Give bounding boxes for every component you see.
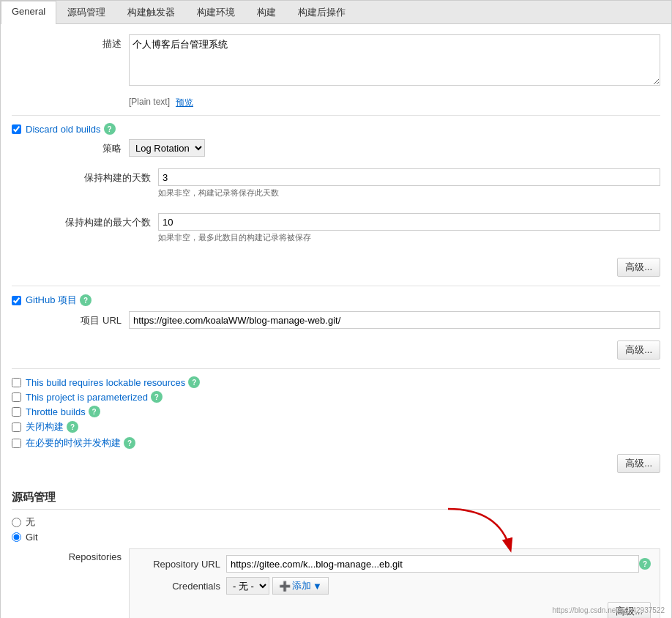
description-label: 描述 [12, 34, 129, 51]
plain-text-row: [Plain text] 预览 [129, 97, 660, 109]
plain-text-label: [Plain text] [129, 97, 170, 109]
close-build-help-icon[interactable]: ? [67, 421, 78, 433]
git-label: Git [26, 532, 38, 543]
source-section-header: 源码管理 [12, 482, 660, 510]
close-build-row: 关闭构建 ? [12, 419, 660, 435]
keep-max-wrap: 10 如果非空，最多此数目的构建记录将被保存 [158, 213, 660, 246]
keep-max-row: 保持构建的最大个数 10 如果非空，最多此数目的构建记录将被保存 [12, 210, 660, 249]
add-cred-dropdown: ▼ [313, 581, 322, 592]
tab-build[interactable]: 构建 [246, 1, 287, 23]
concurrent-checkbox[interactable] [12, 439, 21, 448]
add-cred-label: 添加 [292, 579, 311, 592]
keep-max-input[interactable]: 10 [158, 213, 660, 231]
strategy-select[interactable]: Log Rotation [129, 139, 205, 157]
credentials-control: - 无 - ➕ 添加 ▼ [226, 577, 651, 595]
add-cred-btn[interactable]: ➕ 添加 ▼ [272, 577, 329, 595]
keep-max-label: 保持构建的最大个数 [12, 213, 158, 229]
description-input[interactable]: 个人博客后台管理系统 [129, 34, 660, 86]
other-checkboxes: This build requires lockable resources ?… [12, 368, 660, 482]
credentials-label: Credentials [138, 581, 226, 592]
throttle-checkbox[interactable] [12, 407, 21, 417]
lockable-checkbox[interactable] [12, 378, 21, 387]
tab-post[interactable]: 构建后操作 [287, 1, 356, 23]
description-row: 描述 个人博客后台管理系统 [12, 31, 660, 91]
keep-days-wrap: 3 如果非空，构建记录将保存此天数 [158, 168, 660, 201]
description-wrap: 个人博客后台管理系统 [129, 34, 660, 88]
parameterized-label[interactable]: This project is parameterized [26, 392, 148, 403]
discard-help-icon[interactable]: ? [104, 123, 116, 135]
github-help-icon[interactable]: ? [80, 294, 92, 306]
lockable-label[interactable]: This build requires lockable resources [26, 377, 185, 388]
github-label[interactable]: GitHub 项目 [26, 294, 77, 307]
discard-section: Discard old builds ? 策略 Log Rotation 保持构 [12, 115, 660, 286]
project-url-row: 项目 URL https://gitee.com/koalaWW/blog-ma… [12, 308, 660, 332]
main-container: General 源码管理 构建触发器 构建环境 构建 构建后操作 描述 个人博客… [0, 0, 672, 618]
github-row: GitHub 项目 ? [12, 292, 660, 308]
github-checkbox[interactable] [12, 296, 21, 305]
tab-general[interactable]: General [1, 1, 56, 24]
discard-label[interactable]: Discard old builds [26, 124, 101, 135]
advanced-btn-1[interactable]: 高级... [617, 258, 660, 277]
keep-days-help: 如果非空，构建记录将保存此天数 [158, 187, 660, 198]
parameterized-checkbox[interactable] [12, 392, 21, 402]
close-build-checkbox[interactable] [12, 422, 21, 432]
cred-row: - 无 - ➕ 添加 ▼ [226, 577, 651, 595]
repo-url-row: Repository URL https://gitee.com/k...blo… [138, 555, 651, 573]
keep-max-help: 如果非空，最多此数目的构建记录将被保存 [158, 232, 660, 243]
advanced-row-2: 高级... [12, 338, 660, 362]
tab-env[interactable]: 构建环境 [186, 1, 246, 23]
concurrent-row: 在必要的时候并发构建 ? [12, 435, 660, 451]
throttle-label[interactable]: Throttle builds [26, 406, 86, 417]
lockable-row: This build requires lockable resources ? [12, 375, 660, 390]
throttle-row: Throttle builds ? [12, 404, 660, 419]
discard-row: Discard old builds ? [12, 122, 660, 136]
none-label: 无 [26, 515, 35, 529]
project-url-wrap: https://gitee.com/koalaWW/blog-manage-we… [129, 311, 660, 329]
advanced-row-3: 高级... [12, 451, 660, 476]
advanced-btn-3[interactable]: 高级... [617, 454, 660, 473]
project-url-label: 项目 URL [12, 311, 129, 327]
keep-days-label: 保持构建的天数 [12, 168, 158, 185]
git-radio-row: Git [12, 532, 660, 543]
concurrent-label[interactable]: 在必要的时候并发构建 [26, 436, 121, 450]
credentials-select[interactable]: - 无 - [226, 577, 269, 595]
advanced-row-1: 高级... [12, 255, 660, 280]
repo-url-with-help: https://gitee.com/k...blog-manage...eb.g… [226, 555, 651, 573]
throttle-help-icon[interactable]: ? [89, 406, 100, 417]
concurrent-help-icon[interactable]: ? [124, 437, 135, 449]
close-build-label[interactable]: 关闭构建 [26, 420, 64, 433]
repo-url-control: https://gitee.com/k...blog-manage...eb.g… [226, 555, 651, 573]
tabs-bar: General 源码管理 构建触发器 构建环境 构建 构建后操作 [1, 1, 671, 24]
none-radio[interactable] [12, 518, 21, 527]
advanced-btn-2[interactable]: 高级... [617, 340, 660, 360]
github-section: GitHub 项目 ? 项目 URL https://gitee.com/koa… [12, 286, 660, 368]
content-area: 描述 个人博客后台管理系统 [Plain text] 预览 Discard ol… [1, 24, 671, 618]
project-url-input[interactable]: https://gitee.com/koalaWW/blog-manage-we… [129, 311, 660, 329]
repositories-label: Repositories [12, 548, 129, 562]
none-radio-row: 无 [12, 515, 660, 529]
watermark: https://blog.csdn.net/qq_42937522 [553, 606, 665, 614]
repo-url-input[interactable]: https://gitee.com/k...blog-manage...eb.g… [226, 555, 639, 573]
keep-days-row: 保持构建的天数 3 如果非空，构建记录将保存此天数 [12, 165, 660, 204]
parameterized-help-icon[interactable]: ? [151, 391, 163, 403]
repo-url-label: Repository URL [138, 559, 226, 570]
git-radio[interactable] [12, 532, 21, 542]
tab-trigger[interactable]: 构建触发器 [116, 1, 186, 23]
lockable-help-icon[interactable]: ? [188, 376, 200, 388]
strategy-label: 策略 [12, 139, 129, 155]
strategy-wrap: Log Rotation [129, 139, 660, 157]
strategy-row: 策略 Log Rotation [12, 136, 660, 160]
repo-url-help-icon[interactable]: ? [639, 558, 651, 570]
add-cred-icon: ➕ [279, 581, 291, 592]
preview-link[interactable]: 预览 [176, 97, 193, 109]
discard-checkbox[interactable] [12, 124, 21, 134]
parameterized-row: This project is parameterized ? [12, 390, 660, 404]
tab-source[interactable]: 源码管理 [56, 1, 116, 23]
strategy-select-wrap: Log Rotation [129, 139, 660, 157]
credentials-row: Credentials - 无 - ➕ 添加 ▼ [138, 577, 651, 595]
keep-days-input[interactable]: 3 [158, 168, 660, 186]
